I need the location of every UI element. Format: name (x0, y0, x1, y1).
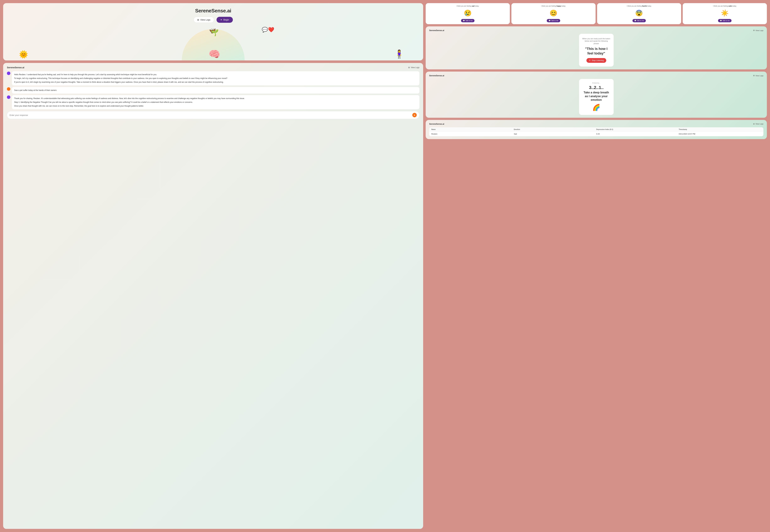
talk-button-2[interactable]: 💬 Talk to me (632, 19, 646, 22)
table-col-0: Name (431, 129, 514, 130)
message-paragraph: Thank you for sharing, Reuben. It's unde… (14, 97, 417, 100)
emotion-char-2: 😨 (635, 8, 643, 18)
analyzing-panel-header: SereneSense.ai ⊞ View Logs (429, 74, 763, 77)
table-content: NameEmotionDepression Index (0-1)Timesta… (429, 127, 763, 136)
heart-bubble-char: 💬❤️ (262, 27, 274, 33)
stop-listening-button[interactable]: 🎙 Stop Listening (586, 58, 606, 63)
emotion-card-calm: I think you are feeling calm today. ☀️ 💬… (683, 3, 767, 24)
analyzing-brand: SereneSense.ai (429, 74, 444, 77)
analyzing-panel: SereneSense.ai ⊞ View Logs Analyzing... … (426, 72, 767, 118)
grid-icon-chat: ⊞ (408, 66, 410, 69)
brain-char: 🧠 (209, 49, 220, 60)
left-column: SereneSense.ai ⊞ View Logs ✦ Begin 🦋 💬❤️… (3, 3, 423, 529)
table-col-2: Depression Index (0-1) (596, 129, 679, 130)
table-cell-0-1: Sad (514, 133, 596, 135)
listening-brand: SereneSense.ai (429, 29, 444, 32)
message-paragraph: Saw a pet suffer today at the hands of t… (14, 89, 417, 92)
message-paragraph: Step 1: Identifying the Negative Thought… (14, 101, 417, 104)
table-cell-0-0: Reuben (431, 133, 514, 135)
table-view-logs[interactable]: ⊞ View Logs (753, 123, 763, 125)
message-bubble-2: Thank you for sharing, Reuben. It's unde… (7, 95, 419, 109)
chat-icon-3: 💬 (720, 20, 722, 22)
view-logs-button[interactable]: ⊞ View Logs (194, 17, 214, 23)
listen-content: When you are ready push the button below… (579, 34, 614, 67)
chat-input[interactable] (10, 114, 412, 116)
message-bubble-1: Saw a pet suffer today at the hands of t… (7, 87, 419, 94)
chat-icon-1: 💬 (549, 20, 550, 22)
emotion-card-happy: I think you are feeling happy today. 😊 💬… (511, 3, 596, 24)
analyze-countdown: 3..2..1.. (582, 85, 610, 90)
message-text-2: Thank you for sharing, Reuben. It's unde… (12, 95, 419, 109)
analyzing-label: Analyzing... (582, 82, 610, 84)
listen-instruction: When you are ready push the button below… (582, 38, 610, 45)
chat-input-container: ➤ (7, 111, 419, 119)
grid-icon-listen: ⊞ (753, 29, 755, 31)
table-cell-0-2: 0.43 (596, 133, 679, 135)
mic-icon: 🎙 (589, 59, 591, 62)
message-bubble-0: Hello Reuben. I understand that you're f… (7, 71, 419, 85)
grid-icon: ⊞ (197, 19, 199, 21)
message-text-1: Saw a pet suffer today at the hands of t… (12, 87, 419, 94)
emotion-cards-row: I think you are feeling sad today. 😢 💬 T… (426, 3, 767, 24)
table-row: ReubenSad0.4303/11/2023 10:57 PM (429, 132, 763, 136)
table-col-3: Timestamp (679, 129, 761, 130)
avatar-2 (7, 95, 10, 99)
chat-messages: Hello Reuben. I understand that you're f… (7, 71, 419, 109)
table-panel: SereneSense.ai ⊞ View Logs NameEmotionDe… (426, 120, 767, 139)
message-text-0: Hello Reuben. I understand that you're f… (12, 71, 419, 85)
sparkle-icon: ✦ (220, 19, 222, 21)
table-panel-header: SereneSense.ai ⊞ View Logs (429, 123, 763, 125)
table-body: ReubenSad0.4303/11/2023 10:57 PM (429, 132, 763, 136)
emotion-card-text-3: I think you are feeling calm today. (713, 5, 737, 7)
send-button[interactable]: ➤ (412, 113, 417, 117)
message-paragraph: Hello Reuben. I understand that you're f… (14, 73, 417, 76)
hero-illustration: 🦋 💬❤️ 🌱 🌞 🧠 🧍‍♀️ (9, 26, 417, 60)
listening-panel-header: SereneSense.ai ⊞ View Logs (429, 29, 763, 32)
analyzing-view-logs[interactable]: ⊞ View Logs (753, 75, 763, 77)
hero-card: SereneSense.ai ⊞ View Logs ✦ Begin 🦋 💬❤️… (3, 3, 423, 60)
grid-icon-analyze: ⊞ (753, 75, 755, 77)
emotion-card-sad: I think you are feeling sad today. 😢 💬 T… (426, 3, 510, 24)
analyze-content: Analyzing... 3..2..1.. Take a deep breat… (579, 79, 614, 115)
emotion-card-fearful: I think you are feeling fearful today. 😨… (597, 3, 681, 24)
chat-brand: SereneSense.ai (7, 66, 24, 69)
emotion-char-0: 😢 (464, 8, 472, 18)
hero-title: SereneSense.ai (9, 8, 417, 14)
message-paragraph: If you're open to it, let's begin by exa… (14, 81, 417, 84)
message-paragraph: Once you share that thought with me, we … (14, 105, 417, 107)
table-col-1: Emotion (514, 129, 596, 130)
emotion-char-1: 😊 (550, 8, 557, 18)
begin-button[interactable]: ✦ Begin (217, 17, 233, 23)
avatar-0 (7, 72, 10, 75)
talk-button-1[interactable]: 💬 Talk to me (547, 19, 560, 22)
analyze-text: Take a deep breath as I analyse your emo… (582, 91, 610, 102)
listening-view-logs[interactable]: ⊞ View Logs (753, 29, 763, 31)
chat-icon-0: 💬 (463, 20, 465, 22)
talk-button-3[interactable]: 💬 Talk to me (718, 19, 732, 22)
grid-icon-table: ⊞ (753, 123, 755, 125)
emotion-card-text-2: I think you are feeling fearful today. (627, 5, 652, 7)
right-column: I think you are feeling sad today. 😢 💬 T… (426, 3, 767, 529)
chat-view-logs-button[interactable]: ⊞ View Logs (408, 66, 419, 69)
emotion-card-text-0: I think you are feeling sad today. (456, 5, 479, 7)
chat-card: SereneSense.ai ⊞ View Logs Hello Reuben.… (3, 63, 423, 529)
plant-char: 🌱 (211, 29, 219, 36)
table-brand: SereneSense.ai (429, 123, 444, 125)
girl-char: 🧍‍♀️ (394, 49, 404, 59)
listening-panel: SereneSense.ai ⊞ View Logs When you are … (426, 26, 767, 69)
emotion-char-3: ☀️ (721, 8, 729, 18)
emotion-card-text-1: I think you are feeling happy today. (541, 5, 566, 7)
listen-phrase: "This is how I feel today" (582, 47, 610, 56)
hero-buttons: ⊞ View Logs ✦ Begin (9, 17, 417, 23)
sun-char: 🌞 (19, 50, 28, 59)
table-cell-0-3: 03/11/2023 10:57 PM (679, 133, 761, 135)
chat-header: SereneSense.ai ⊞ View Logs (7, 66, 419, 69)
message-paragraph: To begin, let's try cognitive restructur… (14, 77, 417, 80)
avatar-1 (7, 87, 10, 91)
chat-icon-2: 💬 (634, 20, 636, 22)
table-header-row: NameEmotionDepression Index (0-1)Timesta… (429, 127, 763, 132)
talk-button-0[interactable]: 💬 Talk to me (461, 19, 474, 22)
analyze-illustration: 🌈 (582, 104, 610, 111)
